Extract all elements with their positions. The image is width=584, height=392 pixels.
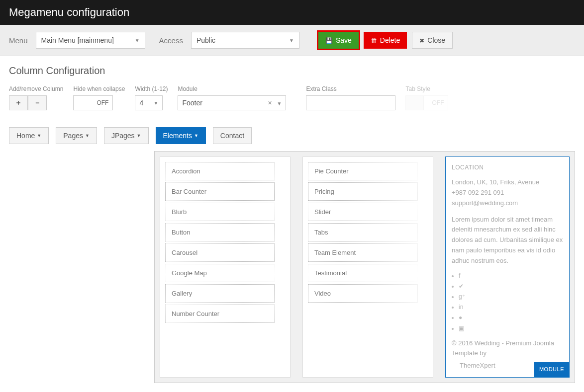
- save-button[interactable]: Save: [318, 32, 359, 49]
- delete-button[interactable]: Delete: [364, 32, 407, 49]
- tab-home[interactable]: Home▼: [9, 127, 49, 144]
- social-icon: g⁺: [459, 292, 563, 302]
- collapse-toggle-value: OFF: [97, 99, 108, 106]
- list-item[interactable]: Google Map: [165, 264, 275, 282]
- tabstyle-label: Tab Style: [405, 85, 448, 92]
- tabstyle-preview-icon: [405, 95, 423, 110]
- social-icon: ✔: [459, 282, 563, 291]
- module-paragraph: Lorem ipsum dolor sit amet timeam deleni…: [452, 215, 563, 266]
- collapse-toggle[interactable]: OFF: [73, 95, 113, 110]
- tabstyle-toggle-value: OFF: [432, 99, 444, 106]
- module-select[interactable]: Footer × ▼: [178, 95, 286, 110]
- tab-elements[interactable]: Elements▼: [156, 127, 206, 144]
- add-column-button[interactable]: ＋: [9, 95, 28, 110]
- tab-label: Contact: [220, 132, 244, 140]
- width-label: Width (1-12): [135, 85, 168, 92]
- caret-icon: ▼: [135, 38, 140, 43]
- module-line: London, UK, 10, Friks, Avenue: [452, 177, 563, 188]
- access-select[interactable]: Public ▼: [191, 32, 299, 49]
- tab-jpages[interactable]: JPages▼: [104, 127, 149, 144]
- list-item[interactable]: Team Element: [308, 243, 417, 262]
- social-list: f✔g⁺in●▣: [452, 271, 563, 333]
- module-line: support@wedding.com: [452, 198, 563, 209]
- module-badge: MODULE: [534, 362, 569, 377]
- elements-panel: AccordionBar CounterBlurbButtonCarouselG…: [154, 151, 575, 383]
- list-item[interactable]: Slider: [308, 203, 417, 221]
- tab-contact[interactable]: Contact: [213, 127, 252, 144]
- social-icon: in: [459, 303, 563, 312]
- list-item[interactable]: Pie Counter: [308, 162, 417, 180]
- elements-column-2: Pie CounterPricingSliderTabsTeam Element…: [302, 157, 433, 378]
- trash-icon: [371, 36, 377, 44]
- top-toolbar: Menu Main Menu [mainmenu] ▼ Access Publi…: [0, 25, 584, 56]
- menu-label: Menu: [9, 36, 28, 45]
- list-item[interactable]: Carousel: [165, 243, 275, 262]
- section-title: Column Configuration: [9, 65, 575, 77]
- menu-tabs: Home▼Pages▼JPages▼Elements▼Contact: [0, 119, 584, 144]
- close-button-label: Close: [427, 36, 445, 44]
- caret-icon: ▼: [277, 101, 282, 106]
- tabstyle-toggle: OFF: [423, 95, 448, 110]
- extraclass-label: Extra Class: [306, 85, 395, 92]
- list-item[interactable]: Accordion: [165, 162, 275, 180]
- list-item[interactable]: Video: [308, 284, 417, 303]
- close-button[interactable]: Close: [412, 32, 453, 49]
- tab-pages[interactable]: Pages▼: [56, 127, 97, 144]
- caret-icon: ▼: [154, 100, 159, 106]
- social-icon: f: [459, 271, 563, 281]
- addremove-label: Add/remove Column: [9, 85, 63, 92]
- menu-select[interactable]: Main Menu [mainmenu] ▼: [36, 32, 145, 49]
- caret-icon: ▼: [194, 133, 198, 138]
- list-item[interactable]: Tabs: [308, 223, 417, 241]
- list-item[interactable]: Testimonial: [308, 264, 417, 282]
- page-title: Megamenu configuration: [0, 0, 584, 25]
- remove-column-button[interactable]: −: [28, 95, 47, 110]
- save-button-label: Save: [336, 36, 352, 44]
- social-icon: ▣: [459, 324, 563, 333]
- collapse-label: Hide when collapse: [73, 85, 125, 92]
- module-clear-icon[interactable]: ×: [265, 99, 275, 107]
- caret-icon: ▼: [289, 38, 294, 43]
- save-icon: [325, 36, 333, 44]
- module-label: Module: [178, 85, 286, 92]
- extraclass-input[interactable]: [306, 95, 395, 110]
- list-item[interactable]: Pricing: [308, 182, 417, 201]
- tab-label: Pages: [63, 132, 83, 140]
- width-select-value: 4: [139, 99, 143, 107]
- list-item[interactable]: Gallery: [165, 284, 275, 303]
- social-icon: ●: [459, 313, 563, 322]
- list-item[interactable]: Button: [165, 223, 275, 241]
- list-item[interactable]: Blurb: [165, 203, 275, 221]
- caret-icon: ▼: [85, 133, 90, 138]
- module-line: +987 092 291 091: [452, 188, 563, 198]
- access-select-value: Public: [196, 36, 215, 44]
- module-preview[interactable]: LOCATION London, UK, 10, Friks, Avenue +…: [445, 157, 570, 378]
- list-item[interactable]: Bar Counter: [165, 182, 275, 201]
- access-label: Access: [159, 36, 183, 45]
- caret-icon: ▼: [37, 133, 41, 138]
- tab-label: JPages: [111, 132, 135, 140]
- caret-icon: ▼: [137, 133, 141, 138]
- tab-label: Home: [16, 132, 35, 140]
- delete-button-label: Delete: [380, 36, 400, 44]
- module-select-value: Footer: [182, 99, 202, 107]
- close-icon: [419, 36, 424, 44]
- module-heading: LOCATION: [452, 163, 563, 172]
- column-config-section: Column Configuration Add/remove Column ＋…: [0, 56, 584, 119]
- tab-label: Elements: [163, 132, 192, 140]
- elements-column-1: AccordionBar CounterBlurbButtonCarouselG…: [160, 157, 291, 378]
- module-copyright: © 2016 Wedding - Premium Joomla Template…: [452, 338, 563, 359]
- list-item[interactable]: Number Counter: [165, 305, 275, 323]
- menu-select-value: Main Menu [mainmenu]: [41, 36, 114, 44]
- width-select[interactable]: 4 ▼: [135, 95, 163, 110]
